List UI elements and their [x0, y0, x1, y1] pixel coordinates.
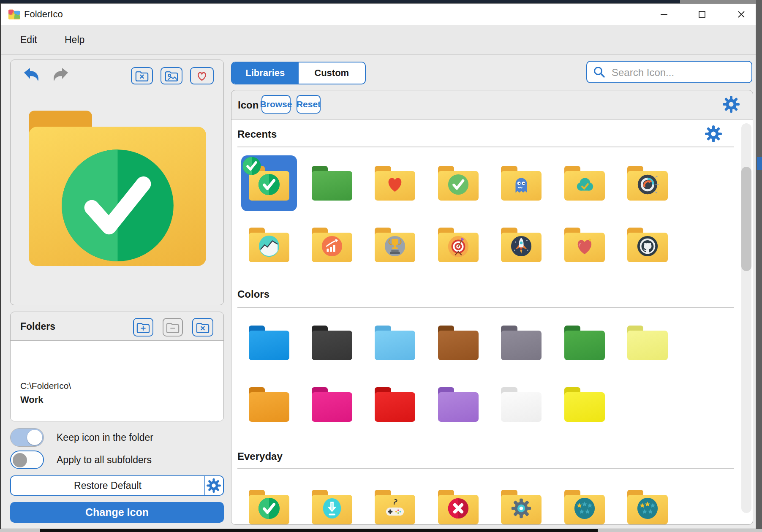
- browse-button[interactable]: Browse: [261, 95, 291, 114]
- icon-folder-black[interactable]: [312, 326, 352, 360]
- folders-list: C:\FolderIco\ Work: [11, 341, 223, 421]
- folder-preview: [29, 111, 206, 266]
- undo-button[interactable]: [22, 66, 41, 83]
- folder-github-badge-icon: [636, 235, 659, 258]
- tab-custom[interactable]: Custom: [299, 62, 365, 84]
- restore-default-button[interactable]: Restore Default: [10, 475, 224, 496]
- desktop-edge-right: [756, 0, 762, 532]
- apply-subfolders-label: Apply to all subfolders: [57, 451, 152, 469]
- icon-folder-stocks[interactable]: [249, 228, 289, 262]
- menu-edit[interactable]: Edit: [20, 25, 37, 54]
- icon-folder-pink[interactable]: [312, 387, 352, 422]
- app-logo-icon: [8, 9, 21, 20]
- folder-growth-badge-icon: [321, 235, 343, 258]
- folder-cross-badge-icon: [447, 497, 470, 520]
- folder-body: [375, 392, 415, 422]
- icon-folder-brown[interactable]: [438, 326, 479, 360]
- icon-folder-yellow[interactable]: [564, 387, 605, 422]
- menu-bar: Edit Help: [1, 25, 756, 55]
- folder-path[interactable]: C:\FolderIco\: [20, 381, 71, 391]
- folder-ghost-badge-icon: [510, 173, 533, 196]
- restore-gear-icon[interactable]: [207, 478, 221, 494]
- add-folder-button[interactable]: [133, 318, 153, 337]
- folder-name[interactable]: Work: [20, 394, 44, 405]
- section-title-colors: Colors: [237, 288, 269, 301]
- folder-rating-2star-badge-icon: [636, 497, 659, 520]
- icon-folder-trophy[interactable]: [375, 228, 415, 262]
- folder-download-badge-icon: [321, 497, 343, 520]
- icon-folder-cross[interactable]: [438, 490, 479, 524]
- icon-folder-rocket[interactable]: [501, 228, 542, 262]
- keep-icon-label: Keep icon in the folder: [57, 428, 153, 447]
- folder-heart-badge-icon: [384, 173, 406, 196]
- icon-folder-games[interactable]: [375, 490, 415, 524]
- close-button[interactable]: [732, 5, 751, 24]
- check-badge-icon: [57, 145, 178, 267]
- folder-stocks-badge-icon: [258, 235, 280, 258]
- icon-folder-red[interactable]: [375, 387, 415, 422]
- folders-title: Folders: [20, 312, 55, 341]
- remove-folder-icon-button[interactable]: [131, 67, 153, 84]
- icon-row: [237, 490, 679, 524]
- icon-folder-rating-1star[interactable]: [564, 490, 605, 524]
- icon-folder-green[interactable]: [312, 166, 352, 201]
- icon-folder-check-light[interactable]: [438, 166, 479, 201]
- icon-folder-green-solid[interactable]: [564, 326, 605, 360]
- icon-settings-gear-icon[interactable]: [723, 96, 740, 114]
- desktop-edge-top-right: [680, 0, 762, 3]
- folder-body: [438, 331, 479, 360]
- maximize-button[interactable]: [692, 5, 712, 24]
- scrollbar-thumb[interactable]: [741, 167, 751, 271]
- change-icon-button[interactable]: Change Icon: [10, 502, 224, 523]
- icon-folder-check-selected[interactable]: [241, 155, 297, 211]
- folder-body: [312, 392, 352, 422]
- option-apply-subfolders: Apply to all subfolders: [10, 451, 224, 469]
- folder-activity-donut-badge-icon: [636, 173, 659, 196]
- folder-body: [249, 392, 289, 422]
- option-keep-icon: Keep icon in the folder: [10, 428, 224, 447]
- icon-folder-blue[interactable]: [249, 326, 289, 360]
- clear-folders-button[interactable]: [192, 318, 213, 337]
- icon-folder-growth[interactable]: [312, 228, 352, 262]
- icon-folder-orange[interactable]: [249, 387, 289, 422]
- apply-subfolders-toggle[interactable]: [10, 451, 44, 469]
- redo-button[interactable]: [51, 66, 70, 83]
- restore-divider: [204, 476, 205, 495]
- icon-folder-github[interactable]: [627, 228, 668, 262]
- image-icon-button[interactable]: [161, 67, 182, 84]
- search-input[interactable]: [611, 63, 748, 81]
- section-title-recents: Recents: [237, 128, 277, 141]
- icon-folder-settings[interactable]: [501, 490, 542, 524]
- keep-icon-toggle[interactable]: [10, 428, 44, 447]
- icon-folder-purple[interactable]: [438, 387, 479, 422]
- remove-folder-button[interactable]: [163, 318, 183, 337]
- section-gear-icon[interactable]: [705, 125, 722, 144]
- icon-folder-heart-2[interactable]: [564, 228, 605, 262]
- minimize-button[interactable]: [654, 5, 674, 24]
- icon-folder-activity-donut[interactable]: [627, 166, 668, 201]
- folder-body: [501, 331, 542, 360]
- icon-folder-pale-yellow[interactable]: [627, 326, 668, 360]
- reset-button[interactable]: Reset: [297, 95, 321, 114]
- icon-folder-gray[interactable]: [501, 326, 542, 360]
- folder-check-light-badge-icon: [447, 173, 470, 196]
- window-title: FolderIco: [24, 4, 63, 25]
- icon-folder-check-2[interactable]: [249, 490, 289, 524]
- icon-folder-white[interactable]: [501, 387, 542, 422]
- icon-folder-heart[interactable]: [375, 166, 415, 201]
- folder-settings-badge-icon: [510, 497, 533, 520]
- favorites-icon-button[interactable]: [190, 67, 214, 84]
- tab-libraries[interactable]: Libraries: [232, 62, 299, 84]
- folder-body: [501, 392, 542, 422]
- icon-folder-rating-2star[interactable]: [627, 490, 668, 524]
- folder-rating-1star-badge-icon: [573, 497, 596, 520]
- section-divider: [237, 147, 734, 147]
- icon-folder-ghost[interactable]: [501, 166, 542, 201]
- icon-folder-download[interactable]: [312, 490, 352, 524]
- folder-target-badge-icon: [447, 235, 470, 258]
- menu-help[interactable]: Help: [65, 25, 84, 54]
- icon-folder-cloud[interactable]: [564, 166, 605, 201]
- icon-toolbar-title: Icon: [238, 90, 259, 120]
- icon-folder-target[interactable]: [438, 228, 479, 262]
- icon-folder-light-blue[interactable]: [375, 326, 415, 360]
